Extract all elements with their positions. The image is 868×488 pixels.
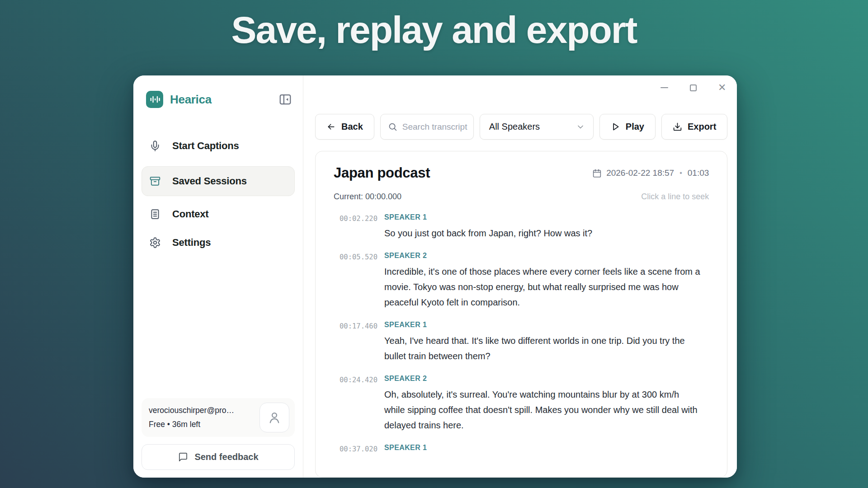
sidebar-item-label: Context bbox=[172, 208, 209, 220]
entry-text: Yeah, I've heard that. It's like two dif… bbox=[384, 333, 701, 364]
session-duration: 01:03 bbox=[688, 168, 709, 178]
entry-timestamp: 00:37.020 bbox=[334, 444, 384, 453]
maximize-button[interactable] bbox=[688, 83, 698, 93]
minimize-icon bbox=[660, 87, 668, 88]
account-card: verociouschirper@pro… Free • 36m left bbox=[142, 398, 295, 437]
entry-body: SPEAKER 2 Incredible, it's one of those … bbox=[384, 252, 709, 310]
speaker-filter-dropdown[interactable]: All Speakers bbox=[480, 114, 594, 140]
maximize-icon bbox=[690, 84, 697, 91]
sidebar-item-label: Settings bbox=[172, 237, 211, 249]
collapse-sidebar-icon[interactable] bbox=[278, 93, 292, 106]
entry-speaker: SPEAKER 2 bbox=[384, 375, 709, 383]
speaker-filter-value: All Speakers bbox=[489, 122, 540, 132]
user-icon bbox=[267, 410, 282, 425]
archive-icon bbox=[149, 175, 161, 187]
session-datetime: 2026-02-22 18:57 bbox=[606, 168, 674, 178]
app-window: Hearica Start Captions bbox=[133, 75, 737, 478]
chat-bubble-icon bbox=[178, 452, 188, 462]
download-icon bbox=[673, 122, 682, 131]
document-icon bbox=[149, 208, 161, 220]
transcript-line[interactable]: 00:37.020 SPEAKER 1 bbox=[334, 444, 709, 453]
transcript-line[interactable]: 00:05.520 SPEAKER 2 Incredible, it's one… bbox=[334, 252, 709, 310]
entry-body: SPEAKER 1 bbox=[384, 444, 709, 453]
sidebar-item-start-captions[interactable]: Start Captions bbox=[142, 135, 295, 157]
seek-hint: Click a line to seek bbox=[641, 192, 709, 202]
entry-timestamp: 00:17.460 bbox=[334, 321, 384, 364]
entry-body: SPEAKER 2 Oh, absolutely, it's surreal. … bbox=[384, 375, 709, 433]
brand-name: Hearica bbox=[170, 93, 212, 107]
export-label: Export bbox=[688, 122, 716, 132]
search-transcript-input[interactable] bbox=[402, 122, 470, 132]
gear-icon bbox=[149, 237, 161, 249]
export-button[interactable]: Export bbox=[661, 114, 727, 140]
entry-speaker: SPEAKER 2 bbox=[384, 252, 709, 260]
play-icon bbox=[611, 122, 620, 131]
entry-body: SPEAKER 1 So you just got back from Japa… bbox=[384, 213, 709, 241]
entry-speaker: SPEAKER 1 bbox=[384, 321, 709, 329]
main-panel: ✕ Back All Speakers bbox=[303, 75, 737, 478]
play-label: Play bbox=[626, 122, 644, 132]
session-card: Japan podcast 2026-02-22 18:57 • 01:03 bbox=[315, 151, 727, 478]
hearica-logo-icon bbox=[146, 91, 163, 108]
entry-speaker: SPEAKER 1 bbox=[384, 213, 709, 221]
transcript-line[interactable]: 00:02.220 SPEAKER 1 So you just got back… bbox=[334, 213, 709, 241]
window-controls: ✕ bbox=[659, 83, 727, 93]
entry-text: So you just got back from Japan, right? … bbox=[384, 225, 701, 241]
avatar-button[interactable] bbox=[259, 403, 289, 432]
send-feedback-label: Send feedback bbox=[194, 452, 258, 462]
entry-text: Oh, absolutely, it's surreal. You're wat… bbox=[384, 387, 701, 433]
transcript-line[interactable]: 00:24.420 SPEAKER 2 Oh, absolutely, it's… bbox=[334, 375, 709, 433]
entry-text: Incredible, it's one of those places whe… bbox=[384, 264, 701, 310]
session-subheader: Current: 00:00.000 Click a line to seek bbox=[334, 192, 709, 202]
entry-body: SPEAKER 1 Yeah, I've heard that. It's li… bbox=[384, 321, 709, 364]
sidebar-item-settings[interactable]: Settings bbox=[142, 232, 295, 253]
brand: Hearica bbox=[146, 91, 292, 108]
search-icon bbox=[388, 122, 397, 131]
account-email: verociouschirper@pro… bbox=[149, 406, 234, 415]
send-feedback-button[interactable]: Send feedback bbox=[142, 444, 295, 470]
sidebar-item-context[interactable]: Context bbox=[142, 203, 295, 225]
session-meta: 2026-02-22 18:57 • 01:03 bbox=[592, 168, 709, 178]
session-header: Japan podcast 2026-02-22 18:57 • 01:03 bbox=[334, 165, 709, 181]
meta-dot: • bbox=[679, 169, 683, 177]
sidebar-item-saved-sessions[interactable]: Saved Sessions bbox=[142, 166, 295, 196]
transcript-line[interactable]: 00:17.460 SPEAKER 1 Yeah, I've heard tha… bbox=[334, 321, 709, 364]
transcript-list[interactable]: 00:02.220 SPEAKER 1 So you just got back… bbox=[334, 213, 709, 457]
current-time-label: Current: 00:00.000 bbox=[334, 192, 401, 202]
back-button[interactable]: Back bbox=[315, 114, 374, 140]
toolbar: Back All Speakers bbox=[315, 114, 727, 140]
sidebar: Hearica Start Captions bbox=[133, 75, 303, 478]
sidebar-nav: Start Captions Saved Sessions bbox=[142, 135, 295, 260]
entry-speaker: SPEAKER 1 bbox=[384, 444, 709, 452]
account-info: verociouschirper@pro… Free • 36m left bbox=[149, 406, 234, 429]
chevron-down-icon bbox=[576, 122, 585, 131]
close-button[interactable]: ✕ bbox=[717, 83, 727, 93]
search-box[interactable] bbox=[380, 114, 474, 140]
back-label: Back bbox=[341, 122, 363, 132]
close-icon: ✕ bbox=[718, 83, 726, 93]
minimize-button[interactable] bbox=[659, 83, 669, 93]
calendar-icon bbox=[592, 169, 602, 178]
arrow-left-icon bbox=[326, 122, 336, 131]
account-plan-status: Free • 36m left bbox=[149, 420, 234, 429]
microphone-icon bbox=[149, 140, 161, 152]
sidebar-item-label: Start Captions bbox=[172, 140, 239, 152]
play-button[interactable]: Play bbox=[599, 114, 656, 140]
sidebar-item-label: Saved Sessions bbox=[172, 175, 247, 187]
session-title: Japan podcast bbox=[334, 165, 430, 181]
entry-timestamp: 00:02.220 bbox=[334, 213, 384, 241]
entry-timestamp: 00:05.520 bbox=[334, 252, 384, 310]
page-title: Save, replay and export bbox=[0, 8, 868, 52]
entry-timestamp: 00:24.420 bbox=[334, 375, 384, 433]
